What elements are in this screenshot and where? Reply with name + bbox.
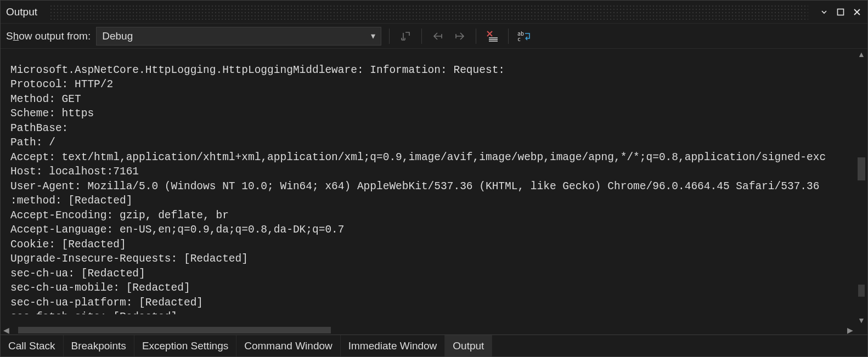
- scroll-right-icon[interactable]: ▶: [846, 326, 854, 335]
- chevron-down-icon: ▾: [371, 31, 375, 41]
- output-panel: Output Show output from: Debug ▾: [0, 0, 868, 357]
- scroll-down-icon[interactable]: ▼: [858, 316, 865, 325]
- output-text[interactable]: Microsoft.AspNetCore.HttpLogging.HttpLog…: [1, 60, 854, 314]
- output-source-label: Show output from:: [6, 30, 91, 42]
- tab-breakpoints[interactable]: Breakpoints: [64, 335, 134, 356]
- scroll-left-icon[interactable]: ◀: [2, 326, 10, 335]
- label-text: ow output from:: [19, 30, 91, 42]
- clear-all-button[interactable]: [484, 28, 500, 44]
- toggle-word-wrap-button[interactable]: ab c: [516, 28, 533, 44]
- close-icon[interactable]: [851, 6, 863, 18]
- vertical-scrollbar[interactable]: ▲ ▼: [856, 50, 866, 325]
- scroll-up-icon[interactable]: ▲: [858, 50, 865, 59]
- output-toolbar: Show output from: Debug ▾ ab: [1, 24, 867, 49]
- toolbar-divider: [389, 29, 390, 44]
- panel-titlebar[interactable]: Output: [1, 1, 867, 24]
- bottom-tabs: Call StackBreakpointsException SettingsC…: [1, 335, 867, 356]
- label-accesskey: h: [13, 30, 19, 42]
- svg-rect-0: [838, 9, 844, 15]
- output-source-value: Debug: [102, 30, 133, 42]
- horizontal-scrollbar[interactable]: ◀ ▶: [2, 326, 854, 335]
- next-message-button: [452, 28, 468, 44]
- find-message-button: [397, 28, 414, 44]
- hscroll-track[interactable]: [10, 326, 846, 335]
- tab-call-stack[interactable]: Call Stack: [1, 335, 64, 356]
- scroll-thumb[interactable]: [858, 157, 865, 180]
- output-body: Microsoft.AspNetCore.HttpLogging.HttpLog…: [1, 49, 867, 335]
- tab-command-window[interactable]: Command Window: [236, 335, 341, 356]
- panel-title: Output: [1, 3, 44, 21]
- hscroll-thumb[interactable]: [18, 327, 331, 333]
- prev-message-button: [430, 28, 446, 44]
- toolbar-divider: [508, 29, 509, 44]
- label-text: S: [6, 30, 13, 42]
- toolbar-divider: [476, 29, 476, 44]
- titlebar-grip[interactable]: [49, 4, 808, 20]
- tab-exception-settings[interactable]: Exception Settings: [134, 335, 236, 356]
- scroll-marker: [858, 285, 865, 297]
- window-options-icon[interactable]: [818, 6, 830, 18]
- svg-text:c: c: [517, 36, 521, 42]
- output-source-select[interactable]: Debug ▾: [96, 27, 381, 46]
- maximize-icon[interactable]: [835, 6, 847, 18]
- toolbar-divider: [421, 29, 422, 44]
- tab-immediate-window[interactable]: Immediate Window: [341, 335, 446, 356]
- tab-output[interactable]: Output: [445, 335, 492, 356]
